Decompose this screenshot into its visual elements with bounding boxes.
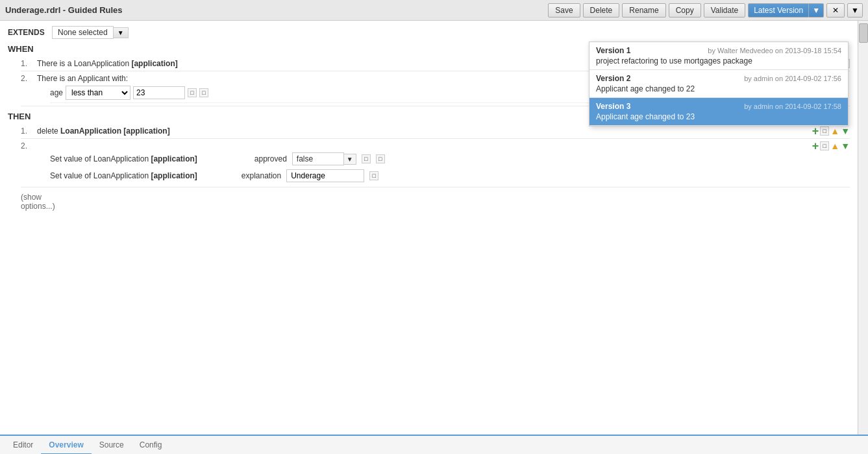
approved-value: false [292,152,344,165]
action-2-edit-icon[interactable]: □ [820,141,829,150]
action-2-number-row: 2. + □ ▲ ▼ [21,141,798,150]
version-3-desc: Applicant age changed to 23 [596,112,841,121]
explanation-edit-icon[interactable]: □ [369,171,378,180]
version-dropdown: Version 1 by Walter Medvedeo on 2013-09-… [589,42,849,126]
explanation-value-input[interactable] [286,169,364,182]
approved-dropdown-arrow[interactable]: ▼ [344,154,356,165]
version-1-header: Version 1 by Walter Medvedeo on 2013-09-… [596,46,841,55]
extends-row: EXTENDS None selected ▼ [8,26,850,39]
action-1-number: 1. [21,126,37,136]
approved-delete-icon[interactable]: □ [376,154,385,163]
action-2-down-icon[interactable]: ▼ [841,141,850,151]
operator-select[interactable]: less than greater than equal to not equa… [66,86,130,100]
rename-button[interactable]: Rename [622,3,665,18]
extends-dropdown-button[interactable]: ▼ [114,27,129,38]
tab-editor[interactable]: Editor [5,436,41,454]
action-2-add-icon[interactable]: + [812,139,819,153]
validate-button[interactable]: Validate [704,3,745,18]
scrollbar[interactable] [858,21,868,435]
set-approved-bold: [application] [151,154,197,163]
age-value-input[interactable] [133,86,185,99]
age-delete-icon[interactable]: □ [199,88,208,97]
extends-value: None selected [52,26,114,39]
delete-button[interactable]: Delete [583,3,620,18]
action-1-down-icon[interactable]: ▼ [841,126,850,136]
action-1-up-icon[interactable]: ▲ [830,126,839,136]
version-2-item[interactable]: Version 2 by admin on 2014-09-02 17:56 A… [589,70,848,98]
action-2-number: 2. [21,141,37,150]
explanation-field-label: explanation [242,171,281,180]
bottom-tabs: Editor Overview Source Config [0,435,868,454]
extends-select: None selected ▼ [52,26,129,39]
set-approved-text: Set value of LoanApplication [applicatio… [50,154,197,163]
copy-button[interactable]: Copy [669,3,701,18]
delete-loan-bold: LoanApplication [application] [60,126,170,136]
approved-value-dropdown: false ▼ [292,152,356,165]
scroll-thumb[interactable] [859,23,868,43]
set-explanation-bold: [application] [151,171,197,180]
set-approved-row: Set value of LoanApplication [applicatio… [50,150,798,167]
approved-field-label: approved [254,154,287,163]
extends-label: EXTENDS [8,28,47,37]
version-3-header: Version 3 by admin on 2014-09-02 17:58 [596,102,841,111]
version-3-meta: by admin on 2014-09-02 17:58 [744,102,841,110]
action-2-up-icon[interactable]: ▲ [830,141,839,151]
tab-source[interactable]: Source [92,436,132,454]
condition-1-number: 1. [21,59,37,68]
version-3-name: Version 3 [596,102,630,111]
page-title: Underage.rdrl - Guided Rules [5,5,123,15]
latest-version-split: Latest Version ▼ [748,3,824,18]
version-2-meta: by admin on 2014-09-02 17:56 [744,75,841,82]
then-actions: 1. delete LoanApplication [application] … [21,124,850,187]
version-1-meta: by Walter Medvedeo on 2013-09-18 15:54 [708,47,841,54]
version-1-desc: project refactoring to use mortgages pac… [596,56,841,66]
version-1-item[interactable]: Version 1 by Walter Medvedeo on 2013-09-… [589,42,848,70]
show-options[interactable]: (showoptions...) [21,193,850,211]
loan-application-binding: [application] [131,59,177,68]
latest-version-button[interactable]: Latest Version [748,3,809,18]
more-button[interactable]: ▼ [847,3,863,18]
tab-config[interactable]: Config [132,436,170,454]
set-explanation-text: Set value of LoanApplication [applicatio… [50,171,197,180]
set-explanation-row: Set value of LoanApplication [applicatio… [50,167,798,184]
version-1-name: Version 1 [596,46,630,55]
version-2-desc: Applicant age changed to 22 [596,84,841,93]
age-edit-icon[interactable]: □ [188,88,197,97]
age-label: age [50,88,63,97]
action-1-text: delete LoanApplication [application] [37,126,798,136]
tab-overview[interactable]: Overview [41,436,91,454]
version-3-item[interactable]: Version 3 by admin on 2014-09-02 17:58 A… [589,98,848,126]
latest-version-arrow[interactable]: ▼ [809,3,824,18]
main-content: EXTENDS None selected ▼ WHEN 1. There is… [0,21,868,435]
title-bar: Underage.rdrl - Guided Rules Save Delete… [0,0,868,21]
action-2-icons: + □ ▲ ▼ [812,139,850,153]
version-2-header: Version 2 by admin on 2014-09-02 17:56 [596,74,841,83]
approved-edit-icon[interactable]: □ [362,154,371,163]
action-2-group: 2. + □ ▲ ▼ Set value of LoanApplication … [21,139,850,187]
version-2-name: Version 2 [596,74,630,83]
save-button[interactable]: Save [548,3,580,18]
condition-2-number: 2. [21,74,37,83]
close-button[interactable]: ✕ [826,3,845,18]
action-1-edit-icon[interactable]: □ [820,126,829,136]
toolbar: Save Delete Rename Copy Validate Latest … [548,3,863,18]
